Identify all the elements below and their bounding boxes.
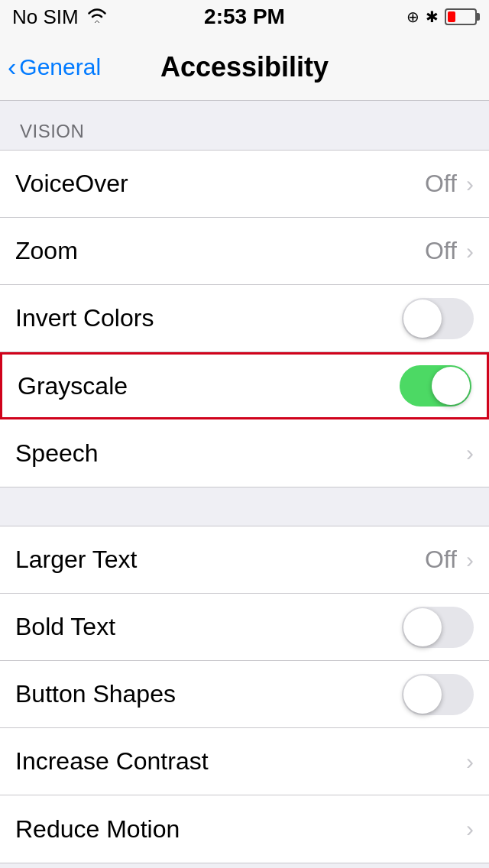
speech-label: Speech bbox=[15, 439, 99, 468]
reduce-motion-right: › bbox=[466, 816, 474, 842]
back-chevron-icon: ‹ bbox=[8, 53, 16, 79]
zoom-right: Off › bbox=[425, 237, 474, 265]
voiceover-right: Off › bbox=[425, 170, 474, 198]
reduce-motion-label: Reduce Motion bbox=[15, 815, 180, 844]
text-display-settings-group: Larger Text Off › Bold Text Button Shape… bbox=[0, 526, 489, 863]
larger-text-chevron-icon: › bbox=[466, 547, 474, 573]
increase-contrast-row[interactable]: Increase Contrast › bbox=[0, 728, 489, 795]
wifi-icon bbox=[86, 5, 108, 29]
invert-colors-toggle-knob bbox=[403, 300, 442, 338]
bold-text-row[interactable]: Bold Text bbox=[0, 594, 489, 661]
invert-colors-row[interactable]: Invert Colors bbox=[0, 285, 489, 352]
button-shapes-row[interactable]: Button Shapes bbox=[0, 661, 489, 728]
grayscale-label: Grayscale bbox=[18, 372, 128, 400]
status-right: ⊕ ✱ bbox=[406, 8, 477, 26]
grayscale-toggle[interactable] bbox=[400, 365, 471, 406]
vision-section: VISION VoiceOver Off › Zoom Off › Invert… bbox=[0, 101, 489, 487]
grayscale-right bbox=[400, 365, 471, 406]
invert-colors-toggle[interactable] bbox=[402, 298, 474, 339]
voiceover-row[interactable]: VoiceOver Off › bbox=[0, 151, 489, 218]
status-time: 2:53 PM bbox=[204, 5, 285, 29]
nav-bar: ‹ General Accessibility bbox=[0, 34, 489, 101]
increase-contrast-chevron-icon: › bbox=[466, 749, 474, 775]
vision-settings-group: VoiceOver Off › Zoom Off › Invert Colors bbox=[0, 150, 489, 487]
larger-text-label: Larger Text bbox=[15, 546, 138, 574]
larger-text-row[interactable]: Larger Text Off › bbox=[0, 526, 489, 594]
invert-colors-label: Invert Colors bbox=[15, 304, 154, 332]
increase-contrast-right: › bbox=[466, 749, 474, 775]
carrier-label: No SIM bbox=[12, 5, 79, 29]
button-shapes-label: Button Shapes bbox=[15, 680, 176, 708]
speech-right: › bbox=[466, 440, 474, 466]
bold-text-label: Bold Text bbox=[15, 613, 115, 641]
status-left: No SIM bbox=[12, 5, 108, 29]
reduce-motion-row[interactable]: Reduce Motion › bbox=[0, 795, 489, 863]
group-spacer bbox=[0, 487, 489, 526]
speech-chevron-icon: › bbox=[466, 440, 474, 466]
battery-icon bbox=[445, 8, 477, 25]
reduce-motion-chevron-icon: › bbox=[466, 816, 474, 842]
lock-icon: ⊕ bbox=[406, 8, 419, 26]
bold-text-toggle[interactable] bbox=[402, 607, 474, 648]
page-title: Accessibility bbox=[160, 51, 329, 83]
zoom-value: Off bbox=[425, 237, 457, 265]
increase-contrast-label: Increase Contrast bbox=[15, 747, 209, 776]
bold-text-right bbox=[402, 607, 474, 648]
button-shapes-right bbox=[402, 674, 474, 715]
voiceover-label: VoiceOver bbox=[15, 170, 128, 198]
back-label: General bbox=[19, 54, 101, 80]
larger-text-right: Off › bbox=[425, 546, 474, 574]
back-button[interactable]: ‹ General bbox=[8, 54, 101, 80]
invert-colors-right bbox=[402, 298, 474, 339]
button-shapes-toggle[interactable] bbox=[402, 674, 474, 715]
text-display-section: Larger Text Off › Bold Text Button Shape… bbox=[0, 526, 489, 863]
status-bar: No SIM 2:53 PM ⊕ ✱ bbox=[0, 0, 489, 34]
grayscale-row[interactable]: Grayscale bbox=[0, 352, 489, 419]
zoom-label: Zoom bbox=[15, 237, 78, 265]
zoom-chevron-icon: › bbox=[466, 238, 474, 264]
vision-section-header: VISION bbox=[0, 101, 489, 150]
voiceover-value: Off bbox=[425, 170, 457, 198]
larger-text-value: Off bbox=[425, 546, 457, 574]
button-shapes-toggle-knob bbox=[403, 675, 442, 714]
zoom-row[interactable]: Zoom Off › bbox=[0, 218, 489, 285]
bold-text-toggle-knob bbox=[403, 608, 442, 646]
grayscale-toggle-knob bbox=[432, 367, 470, 405]
speech-row[interactable]: Speech › bbox=[0, 419, 489, 487]
bluetooth-icon: ✱ bbox=[426, 8, 439, 26]
voiceover-chevron-icon: › bbox=[466, 171, 474, 197]
